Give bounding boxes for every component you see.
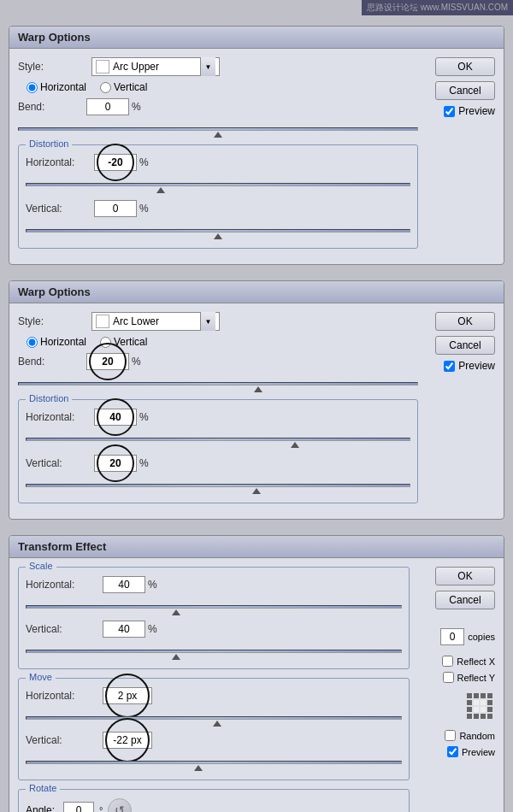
panel1-radio-horizontal[interactable]: Horizontal [27, 81, 86, 93]
panel2-h-dist-slider[interactable] [26, 431, 410, 448]
rotate-dial[interactable]: ↺ [108, 798, 132, 812]
panel3-preview-checkbox[interactable] [447, 746, 458, 757]
panel2-h-dist-label: Horizontal: [26, 411, 94, 423]
panel3-move-v-input[interactable] [103, 732, 152, 749]
panel3-move-section: Move Horizontal: Vertical: [18, 678, 410, 780]
panel1-bend-slider[interactable] [18, 121, 418, 138]
panel3-scale-h-row: Horizontal: % [26, 576, 402, 593]
panel3-move-h-input[interactable] [103, 687, 152, 704]
panel3-reflect-y-checkbox[interactable] [443, 672, 454, 683]
panel2-title: Warp Options [9, 281, 504, 303]
panel2-v-dist-input[interactable] [94, 455, 137, 472]
panel3-move-v-slider[interactable] [26, 754, 402, 771]
panel3-scale-h-input[interactable] [103, 576, 145, 593]
panel2-bend-slider[interactable] [18, 375, 418, 392]
panel1-v-dist-slider[interactable] [26, 222, 410, 239]
panel1-title: Warp Options [9, 26, 504, 49]
panel1-bend-input[interactable] [86, 98, 129, 115]
panel3-move-h-row: Horizontal: [26, 687, 402, 704]
panel1-preview-checkbox[interactable] [444, 106, 455, 117]
panel3-move-h-slider[interactable] [26, 709, 402, 727]
panel2-style-select[interactable]: Arc Lower ▼ [91, 312, 220, 331]
panel2-h-dist-row: Horizontal: % [26, 409, 410, 426]
panel1-orientation-row: Horizontal Vertical [18, 81, 418, 93]
panel3-reflect-x-row: Reflect X [442, 656, 495, 667]
panel2-h-dist-input[interactable] [94, 409, 137, 426]
panel3-reflect-x-checkbox[interactable] [442, 656, 453, 667]
panel3-copies-input[interactable] [440, 628, 464, 645]
panel2-distortion-legend: Distortion [26, 393, 72, 403]
panel1-style-select[interactable]: Arc Upper ▼ [91, 57, 220, 76]
panel2-cancel-button[interactable]: Cancel [435, 336, 495, 355]
panel1-style-value: Arc Upper [113, 61, 197, 73]
panel3-move-v-label: Vertical: [26, 734, 103, 746]
panel1-h-dist-unit: % [139, 156, 149, 168]
panel2-radio-vertical[interactable]: Vertical [100, 336, 147, 348]
panel3-move-v-row: Vertical: [26, 732, 402, 749]
panel3-scale-h-unit: % [148, 579, 157, 591]
panel2-distortion-section: Distortion Horizontal: % Vertical: [18, 399, 418, 503]
panel1-bend-unit: % [132, 101, 141, 113]
panel3-random-label: Random [459, 731, 495, 741]
watermark: 思路设计论坛 www.MISSVUAN.COM [362, 0, 513, 15]
panel3-scale-v-unit: % [148, 623, 157, 635]
panel1-style-row: Style: Arc Upper ▼ [18, 57, 418, 76]
panel1-h-dist-slider[interactable] [26, 176, 410, 193]
panel3-scale-v-slider[interactable] [26, 643, 402, 660]
panel2-select-arrow[interactable]: ▼ [200, 312, 215, 331]
panel3-scale-v-input[interactable] [103, 621, 145, 638]
panel2-v-dist-unit: % [139, 457, 149, 469]
panel1-select-arrow[interactable]: ▼ [200, 57, 215, 76]
panel3-angle-unit: ° [99, 805, 103, 812]
panel2-v-dist-slider[interactable] [26, 477, 410, 494]
panel3-preview-row: Preview [447, 746, 495, 757]
panel3-rotate-section: Rotate Angle: ° ↺ [18, 789, 410, 812]
panel3-right: OK Cancel copies Reflect X Reflect Y [418, 567, 495, 757]
panel1-h-dist-row: Horizontal: % [26, 154, 410, 171]
panel1-h-dist-input[interactable] [94, 154, 137, 171]
panel2-bend-row: Bend: % [18, 353, 418, 370]
panel2-horizontal-label: Horizontal [40, 336, 86, 348]
warp-options-panel-2: Warp Options Style: Arc Lower ▼ Horizont… [9, 280, 504, 520]
panel3-scale-h-slider[interactable] [26, 598, 402, 615]
panel3-random-row: Random [445, 730, 495, 741]
panel1-h-dist-label: Horizontal: [26, 156, 94, 168]
panel1-horizontal-label: Horizontal [40, 81, 86, 93]
panel2-preview-checkbox[interactable] [444, 361, 455, 372]
panel3-title: Transform Effect [9, 536, 504, 558]
panel3-rotate-legend: Rotate [26, 783, 60, 793]
panel3-reflect-x-label: Reflect X [457, 656, 495, 667]
panel3-ok-button[interactable]: OK [435, 567, 495, 585]
panel1-distortion-legend: Distortion [26, 138, 72, 149]
panel2-radio-horizontal[interactable]: Horizontal [27, 336, 86, 348]
panel2-preview-row: Preview [444, 360, 495, 372]
panel1-radio-vertical[interactable]: Vertical [100, 81, 147, 93]
panel1-bend-label: Bend: [18, 101, 86, 113]
panel1-v-dist-unit: % [139, 203, 149, 215]
panel2-h-dist-unit: % [139, 411, 149, 423]
panel3-scale-legend: Scale [26, 561, 56, 571]
transform-grid-icon [465, 691, 495, 721]
panel3-random-checkbox[interactable] [445, 730, 456, 741]
panel3-left: Scale Horizontal: % Vertical: % [18, 567, 410, 812]
panel1-cancel-button[interactable]: Cancel [435, 81, 495, 100]
panel1-v-dist-row: Vertical: % [26, 200, 410, 217]
panel3-angle-input[interactable] [63, 802, 94, 812]
panel2-v-dist-label: Vertical: [26, 457, 94, 469]
panel3-copies-label: copies [468, 632, 495, 642]
panel1-distortion-section: Distortion Horizontal: % Vertical: [18, 144, 418, 249]
panel1-preview-row: Preview [444, 105, 495, 117]
panel2-bend-input[interactable] [86, 353, 129, 370]
panel2-ok-button[interactable]: OK [435, 312, 495, 331]
panel3-scale-h-label: Horizontal: [26, 579, 103, 591]
panel3-preview-label: Preview [462, 747, 495, 757]
panel1-preview-label: Preview [458, 105, 495, 117]
panel1-v-dist-input[interactable] [94, 200, 137, 217]
panel1-ok-button[interactable]: OK [435, 57, 495, 76]
panel2-v-dist-row: Vertical: % [26, 455, 410, 472]
panel2-bend-unit: % [132, 356, 141, 368]
panel1-v-dist-label: Vertical: [26, 203, 94, 215]
panel2-right: OK Cancel Preview [427, 312, 495, 510]
panel3-cancel-button[interactable]: Cancel [435, 591, 495, 609]
panel2-preview-label: Preview [458, 360, 495, 372]
